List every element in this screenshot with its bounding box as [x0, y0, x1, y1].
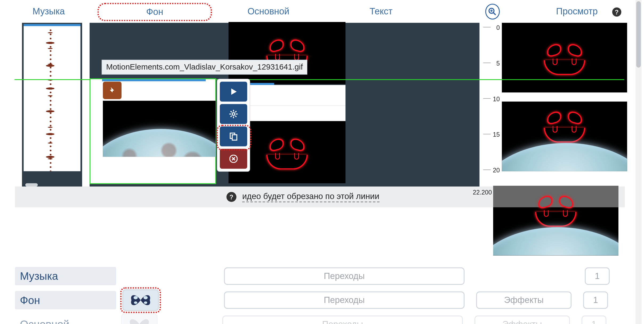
tick-0: 0: [496, 24, 500, 31]
count-box[interactable]: 1: [585, 268, 610, 285]
preview-frame-1[interactable]: [502, 23, 627, 92]
filename-tooltip: MotionElements.com_Vladislav_Korsakov_12…: [102, 60, 307, 75]
pin-icon: [108, 86, 116, 95]
preview-frame-3[interactable]: [493, 186, 618, 255]
tick-5: 5: [496, 60, 500, 67]
play-button[interactable]: [220, 82, 247, 102]
help-icon[interactable]: ?: [612, 7, 621, 17]
tab-preview[interactable]: Просмотр: [510, 6, 644, 17]
effects-button[interactable]: Эффекты: [474, 315, 570, 324]
svg-point-19: [143, 296, 148, 299]
transitions-button[interactable]: Переходы: [224, 268, 464, 285]
row-label-music[interactable]: Музыка: [15, 267, 116, 285]
duration-label: 22.200: [473, 189, 492, 196]
svg-line-12: [235, 111, 236, 112]
zoom-in-icon: [488, 7, 497, 15]
clip-context-menu: [217, 79, 250, 172]
pin-button[interactable]: [103, 82, 122, 99]
audio-clip[interactable]: [24, 26, 80, 171]
waveform-icon: [47, 28, 54, 171]
delete-button[interactable]: [220, 149, 247, 169]
settings-button[interactable]: [220, 104, 247, 124]
selected-clip[interactable]: [90, 78, 216, 184]
video-clip-face-top[interactable]: [228, 22, 345, 84]
preview-overlay: [493, 186, 618, 207]
close-icon: [229, 155, 238, 163]
count-box[interactable]: 1: [582, 315, 606, 324]
timeline: MotionElements.com_Vladislav_Korsakov_12…: [0, 23, 644, 187]
svg-line-11: [231, 116, 232, 117]
row-label-bg[interactable]: Фон: [15, 291, 116, 309]
clip-gap-bottom: [247, 106, 345, 122]
zoom-button[interactable]: [485, 3, 500, 19]
svg-point-21: [144, 301, 147, 304]
preview-column: [502, 23, 627, 187]
svg-line-9: [231, 111, 232, 112]
butterfly-icon: [127, 316, 152, 324]
transitions-button[interactable]: Переходы: [222, 315, 463, 324]
clip-gap-top: [247, 85, 345, 106]
butterfly-icon: [128, 292, 153, 308]
count-box[interactable]: 1: [583, 291, 608, 309]
tab-music[interactable]: Музыка: [0, 6, 97, 17]
tab-main[interactable]: Основной: [212, 6, 325, 17]
tick-10: 10: [493, 95, 500, 102]
row-background: Фон Переходы Эффекты 1: [15, 289, 625, 311]
time-ruler: 0 5 10 15 20: [479, 23, 500, 187]
svg-line-10: [235, 116, 236, 117]
transitions-button[interactable]: Переходы: [224, 291, 464, 309]
row-music: Музыка Переходы 1: [15, 265, 625, 287]
layer-rows: Музыка Переходы 1 Фон Переходы Эффекты 1…: [15, 265, 625, 324]
svg-line-1: [493, 13, 496, 15]
background-track[interactable]: MotionElements.com_Vladislav_Korsakov_12…: [90, 23, 480, 187]
help-icon[interactable]: ?: [227, 192, 236, 202]
music-scrollbar[interactable]: [25, 183, 38, 187]
row-main: Основной Переходы Эффекты 1: [15, 313, 625, 324]
svg-point-20: [134, 301, 137, 304]
row-label-main[interactable]: Основной: [15, 315, 116, 324]
effects-button[interactable]: Эффекты: [476, 291, 571, 309]
cut-note-text: идео будет обрезано по этой линии: [242, 192, 379, 202]
gear-icon: [228, 109, 238, 119]
svg-point-18: [134, 296, 138, 299]
bg-thumbnail[interactable]: [122, 289, 159, 311]
copy-icon: [228, 131, 238, 141]
svg-point-4: [232, 113, 235, 115]
play-icon: [229, 87, 238, 96]
preview-frame-2[interactable]: [502, 102, 627, 171]
tabs-header: Музыка Фон Основной Текст Просмотр ?: [0, 0, 644, 23]
main-thumbnail[interactable]: [121, 313, 158, 324]
highlight-thumb-annotation: [120, 287, 161, 313]
music-track[interactable]: [22, 23, 82, 187]
copy-button[interactable]: [220, 127, 247, 147]
tick-15: 15: [493, 131, 500, 138]
svg-rect-14: [232, 135, 237, 140]
clip-thumbnail-earth: [103, 101, 216, 157]
tab-text[interactable]: Текст: [325, 6, 437, 17]
tick-20: 20: [493, 167, 500, 174]
tab-background[interactable]: Фон: [97, 3, 212, 21]
